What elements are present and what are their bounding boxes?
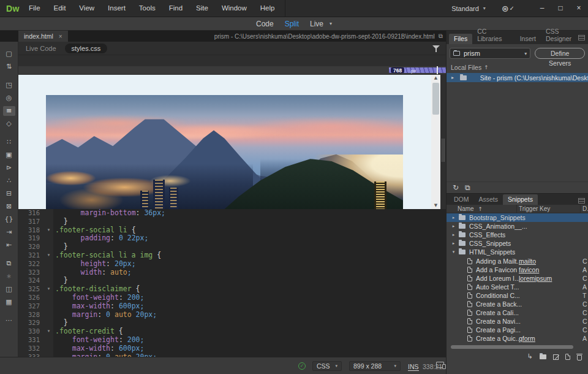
apply-transition-icon[interactable]: ⊳ [3, 163, 15, 173]
code-line-331[interactable]: 331 font-weight: 200; [18, 336, 446, 345]
snippets-hscrollbar[interactable] [447, 343, 588, 351]
close-button[interactable]: × [570, 0, 588, 17]
filter-icon[interactable] [432, 45, 440, 52]
format-source-icon[interactable]: ≡ [3, 106, 15, 116]
related-file-styles-css[interactable]: styles.css [65, 44, 108, 53]
menu-site[interactable]: Site [189, 0, 215, 17]
snippet-icon[interactable]: ∗ [3, 272, 15, 281]
select-element-icon[interactable]: ◇ [3, 119, 15, 129]
code-view-button[interactable]: Code [256, 20, 274, 28]
code-line-319[interactable]: 319 padding: 0 22px; [18, 234, 446, 243]
site-root-row[interactable]: ▸ Site - prism (C:\Users\nishkuma\Deskto… [447, 73, 588, 82]
panel-menu-icon[interactable] [578, 35, 585, 40]
snippet-folder-row[interactable]: ▸CSS_Snippets [447, 239, 588, 248]
menu-window[interactable]: Window [215, 0, 254, 17]
fold-icon[interactable]: ▾ [44, 251, 53, 260]
fold-icon[interactable]: ▾ [44, 327, 53, 336]
code-navigator-icon[interactable]: ◳ [3, 80, 15, 90]
insert-snippet-icon[interactable]: ↳ [527, 353, 533, 361]
tab-close-icon[interactable]: × [59, 33, 62, 40]
insert-mode-indicator[interactable]: INS [408, 363, 419, 371]
scroll-down-icon[interactable]: ▼ [431, 202, 440, 209]
code-line-324[interactable]: 324 } [18, 277, 446, 285]
live-view[interactable]: ▲ ▼ [18, 75, 446, 209]
menu-find[interactable]: Find [162, 0, 189, 17]
apply-comment-icon[interactable]: ⊟ [3, 189, 15, 199]
snippet-folder-row[interactable]: ▸CSS_Animation__... [447, 222, 588, 231]
snippet-item-row[interactable]: Create a Quic...qformA [447, 334, 588, 343]
define-servers-button[interactable]: Define Servers [535, 48, 585, 59]
viewport-marker[interactable] [437, 66, 438, 74]
live-view-button[interactable]: Live [310, 20, 323, 28]
snippet-folder-row[interactable]: ▸Bootstrap_Snippets [447, 213, 588, 222]
chevron-collapsed-icon[interactable]: ▸ [451, 215, 456, 220]
code-line-325[interactable]: 325▾.footer-disclaimer { [18, 285, 446, 294]
chevron-collapsed-icon[interactable]: ▸ [451, 241, 456, 246]
chevron-right-icon[interactable]: ▸ [451, 75, 456, 80]
column-description[interactable]: D.. [582, 205, 588, 212]
chevron-collapsed-icon[interactable]: ▸ [451, 232, 456, 237]
workspace-switcher[interactable]: Standard ▾ [451, 5, 486, 12]
live-view-dropdown-icon[interactable]: ▾ [330, 21, 332, 26]
outdent-code-icon[interactable]: ⇤ [3, 240, 15, 250]
site-select[interactable]: prism ▾ [450, 48, 530, 59]
menu-view[interactable]: View [72, 0, 101, 17]
snippet-trigger-key[interactable]: loremipsum [519, 275, 552, 282]
snippet-trigger-key[interactable]: mailto [519, 258, 536, 265]
scrollbar-thumb[interactable] [451, 345, 573, 349]
remove-comment-icon[interactable]: ⊠ [3, 202, 15, 212]
live-code-button[interactable]: Live Code [26, 45, 56, 52]
snippet-trigger-key[interactable]: favicon [519, 266, 539, 273]
chevron-collapsed-icon[interactable]: ▸ [451, 224, 456, 229]
code-line-328[interactable]: 328 margin: 0 auto 20px; [18, 311, 446, 319]
snippet-item-row[interactable]: Auto Select T...A [447, 283, 588, 291]
sync-settings-button[interactable]: ⊛ ✓ [502, 4, 514, 13]
column-name[interactable]: Name [458, 205, 474, 212]
code-editor[interactable]: 316 margin-bottom: 36px;317 }318▾.footer… [18, 209, 446, 357]
snippet-folder-row[interactable]: ▸CSS_Effects [447, 231, 588, 239]
show-hidden-elements-icon[interactable]: ▣ [3, 150, 15, 160]
menu-edit[interactable]: Edit [47, 0, 73, 17]
live-view-scrollbar[interactable]: ▲ ▼ [431, 75, 440, 209]
more-options-icon[interactable]: ⋯ [3, 316, 15, 326]
code-line-322[interactable]: 322 height: 20px; [18, 260, 446, 269]
code-line-326[interactable]: 326 font-weight: 200; [18, 294, 446, 302]
snippet-item-row[interactable]: Create a Back...C [447, 300, 588, 308]
menu-insert[interactable]: Insert [101, 0, 132, 17]
column-trigger-key[interactable]: Trigger Key [519, 205, 550, 212]
window-size-select[interactable]: 899 x 288▾ [349, 361, 401, 371]
tab-cc-libraries[interactable]: CC Libraries [472, 26, 515, 44]
code-line-329[interactable]: 329 } [18, 319, 446, 327]
code-line-327[interactable]: 327 max-width: 600px; [18, 302, 446, 311]
indent-code-icon[interactable]: ⇥ [3, 227, 15, 237]
snippet-item-row[interactable]: Create a Cali...C [447, 308, 588, 317]
tab-snippets[interactable]: Snippets [503, 194, 538, 205]
snippet-item-row[interactable]: Conditional C...T [447, 291, 588, 300]
media-query-ruler[interactable]: 768 px [18, 66, 446, 75]
snippet-item-row[interactable]: Add Loreum I...loremipsumC [447, 274, 588, 283]
open-documents-icon[interactable]: ▢ [3, 49, 15, 59]
wrap-tag-icon[interactable]: {} [3, 215, 15, 224]
snippet-item-row[interactable]: Adding a Mailt...mailtoC [447, 256, 588, 265]
code-line-332[interactable]: 332 max-width: 600px; [18, 345, 446, 353]
menu-tools[interactable]: Tools [132, 0, 162, 17]
panel-menu-icon[interactable] [578, 198, 585, 204]
new-snippet-icon[interactable] [565, 354, 570, 360]
snippet-folder-row[interactable]: ▾HTML_Snippets [447, 248, 588, 256]
refresh-icon[interactable]: ↻ [453, 183, 459, 192]
splitter-grip[interactable] [442, 139, 445, 162]
fold-icon[interactable]: ▾ [44, 226, 53, 235]
code-line-318[interactable]: 318▾.footer-social li { [18, 226, 446, 235]
menu-file[interactable]: File [22, 0, 47, 17]
code-view-options-icon[interactable]: ◫ [3, 284, 15, 294]
minimize-button[interactable]: – [533, 0, 551, 17]
chevron-expanded-icon[interactable]: ▾ [451, 250, 456, 254]
code-line-321[interactable]: 321▾.footer-social li a img { [18, 251, 446, 260]
fold-icon[interactable]: ▾ [44, 285, 53, 294]
snippet-item-row[interactable]: Add a FaviconfaviconA [447, 265, 588, 274]
scroll-up-icon[interactable]: ▲ [431, 75, 440, 82]
connect-remote-icon[interactable]: ⧉ [465, 183, 470, 192]
split-view-button[interactable]: Split [285, 20, 299, 28]
tab-files[interactable]: Files [449, 34, 472, 44]
recently-modified-icon[interactable]: ⧉ [3, 259, 15, 269]
